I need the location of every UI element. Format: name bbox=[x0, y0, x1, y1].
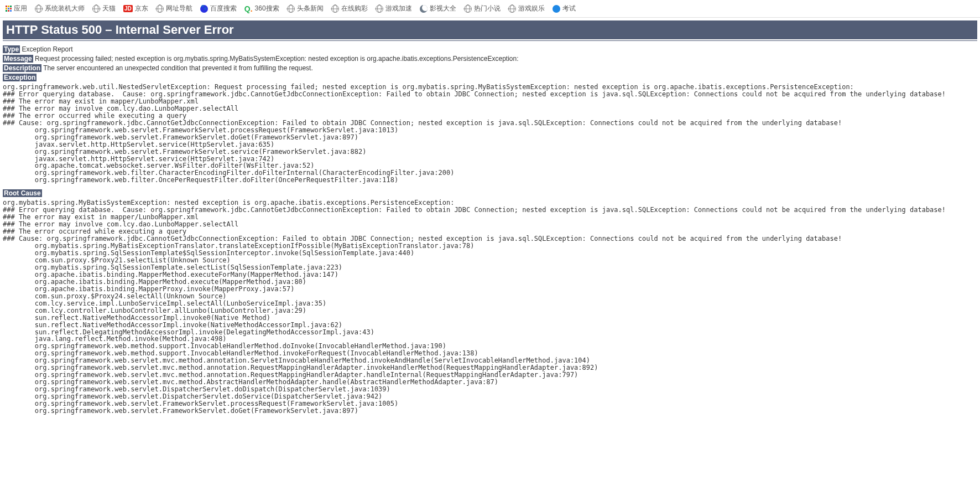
bookmark-item[interactable]: JD京东 bbox=[123, 4, 148, 13]
globe-icon bbox=[376, 5, 383, 13]
bookmark-item[interactable]: 考试 bbox=[552, 4, 576, 13]
globe-icon bbox=[508, 5, 516, 13]
bookmark-label: 天猫 bbox=[102, 4, 116, 13]
globe-icon bbox=[464, 5, 472, 13]
message-line: Message Request processing failed; neste… bbox=[3, 55, 977, 63]
type-value: Exception Report bbox=[22, 45, 72, 53]
message-value: Request processing failed; nested except… bbox=[35, 55, 518, 63]
bookmark-toolbar: 应用系统装机大师天猫JD京东网址导航百度搜索Q.360搜索头条新闻在线购彩游戏加… bbox=[0, 0, 980, 18]
crescent-icon bbox=[420, 5, 428, 13]
bookmark-item[interactable]: 头条新闻 bbox=[287, 4, 324, 13]
error-page-body: HTTP Status 500 – Internal Server Error … bbox=[0, 18, 980, 423]
bookmark-label: 百度搜索 bbox=[210, 4, 237, 13]
bookmark-item[interactable]: 网址导航 bbox=[156, 4, 192, 13]
q360-icon: Q. bbox=[244, 4, 253, 13]
bookmark-label: 在线购彩 bbox=[341, 4, 368, 13]
type-label: Type bbox=[3, 45, 20, 53]
bookmark-label: 游戏加速 bbox=[385, 4, 412, 13]
description-label: Description bbox=[3, 64, 41, 72]
description-line: Description The server encountered an un… bbox=[3, 64, 977, 72]
bookmark-item[interactable]: 热门小说 bbox=[464, 4, 501, 13]
bookmark-label: 游戏娱乐 bbox=[518, 4, 545, 13]
bookmark-item[interactable]: 百度搜索 bbox=[200, 4, 237, 13]
bookmark-label: 系统装机大师 bbox=[45, 4, 85, 13]
message-label: Message bbox=[3, 55, 33, 63]
rootcause-stacktrace: org.mybatis.spring.MyBatisSystemExceptio… bbox=[3, 199, 977, 415]
baidu-paw-icon bbox=[200, 5, 208, 13]
exception-label: Exception bbox=[3, 74, 37, 81]
bookmark-item[interactable]: 游戏加速 bbox=[376, 4, 412, 13]
page-title: HTTP Status 500 – Internal Server Error bbox=[3, 20, 977, 39]
blue-circle-icon bbox=[552, 5, 560, 13]
globe-icon bbox=[156, 5, 164, 13]
globe-icon bbox=[287, 5, 295, 13]
globe-icon bbox=[331, 5, 339, 13]
type-line: Type Exception Report bbox=[3, 45, 977, 53]
bookmark-item[interactable]: 在线购彩 bbox=[331, 4, 368, 13]
exception-stacktrace: org.springframework.web.util.NestedServl… bbox=[3, 84, 977, 184]
rootcause-label: Root Cause bbox=[3, 189, 42, 197]
bookmark-item[interactable]: Q.360搜索 bbox=[244, 4, 279, 13]
bookmark-label: 头条新闻 bbox=[297, 4, 324, 13]
jd-icon: JD bbox=[123, 5, 133, 12]
bookmark-item[interactable]: 应用 bbox=[6, 4, 27, 13]
bookmark-item[interactable]: 系统装机大师 bbox=[35, 4, 85, 13]
bookmark-item[interactable]: 影视大全 bbox=[420, 4, 456, 13]
apps-icon bbox=[6, 6, 12, 12]
bookmark-label: 影视大全 bbox=[430, 4, 456, 13]
bookmark-label: 360搜索 bbox=[255, 4, 279, 13]
exception-heading: Exception bbox=[3, 74, 977, 81]
globe-icon bbox=[92, 5, 100, 13]
bookmark-item[interactable]: 游戏娱乐 bbox=[508, 4, 545, 13]
bookmark-label: 热门小说 bbox=[474, 4, 501, 13]
bookmark-label: 考试 bbox=[562, 4, 576, 13]
bookmark-item[interactable]: 天猫 bbox=[92, 4, 116, 13]
divider bbox=[3, 40, 977, 41]
description-value: The server encountered an unexpected con… bbox=[43, 64, 313, 72]
bookmark-label: 应用 bbox=[14, 4, 27, 13]
globe-icon bbox=[35, 5, 43, 13]
bookmark-label: 京东 bbox=[135, 4, 148, 13]
rootcause-heading: Root Cause bbox=[3, 189, 977, 197]
bookmark-label: 网址导航 bbox=[166, 4, 192, 13]
